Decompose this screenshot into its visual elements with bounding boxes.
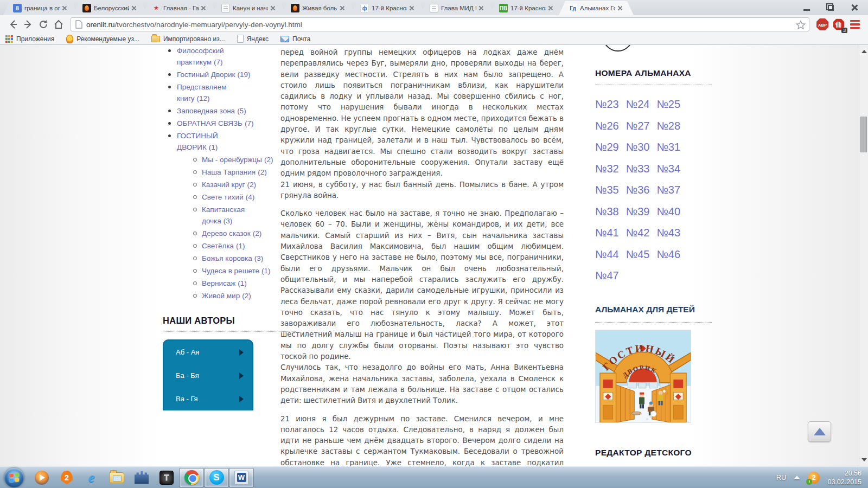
almanac-number-link[interactable]: №25 xyxy=(656,98,680,111)
address-bar[interactable]: orenlit.ru/tvorchestvo/narodnyie-memuary… xyxy=(71,17,809,31)
subcategory-link[interactable]: Чудеса в решете xyxy=(202,267,259,275)
almanac-number-link[interactable]: №47 xyxy=(595,269,619,282)
tray-expand-icon[interactable] xyxy=(794,476,800,479)
scroll-up-arrow[interactable] xyxy=(861,50,867,53)
taskbar-clock[interactable]: 20:56 03.02.2015 xyxy=(827,469,861,486)
almanac-number-link[interactable]: №34 xyxy=(656,163,680,175)
almanac-number-link[interactable]: №27 xyxy=(626,120,650,132)
reload-button[interactable] xyxy=(36,17,51,32)
almanac-number-link[interactable]: №40 xyxy=(656,206,680,218)
almanac-number-link[interactable]: №23 xyxy=(595,98,619,111)
almanac-number-link[interactable]: №42 xyxy=(626,227,650,239)
tab-close-icon[interactable] xyxy=(201,5,206,11)
almanac-number-link[interactable]: №39 xyxy=(626,206,650,218)
tab-mid-polshi[interactable]: Глава МИД Польш xyxy=(420,1,495,15)
adblock-plus-icon[interactable]: ABP xyxy=(815,17,830,32)
almanac-number-link[interactable]: №38 xyxy=(595,206,619,218)
tab-close-icon[interactable] xyxy=(548,5,553,11)
tab-almanah-active[interactable]: Гд Альманах Гостины xyxy=(559,1,634,15)
tab-krasnoznamenny-1[interactable]: ф 17-й Краснознамё xyxy=(350,1,425,15)
tab-belorussky[interactable]: Белорусский погра xyxy=(73,1,148,15)
almanac-number-link[interactable]: №36 xyxy=(626,184,650,196)
bookmark-star-icon[interactable] xyxy=(796,20,806,30)
2gis-icon[interactable]: 2 xyxy=(54,468,79,487)
tab-close-icon[interactable] xyxy=(62,5,67,11)
tab-close-icon[interactable] xyxy=(617,5,623,11)
category-link[interactable]: Гостиный Дворик xyxy=(177,70,235,79)
bookmark-mail[interactable]: Почта xyxy=(280,35,310,43)
folder-icon xyxy=(151,36,160,42)
almanac-number-link[interactable]: №41 xyxy=(595,227,619,239)
almanac-number-link[interactable]: №46 xyxy=(656,248,680,261)
subcategory-link[interactable]: Свете тихий xyxy=(202,193,244,201)
scrollbar-thumb[interactable] xyxy=(860,117,867,152)
children-almanac-cover[interactable]: ГОСТИНЫЙ ДВОРИК xyxy=(595,330,691,423)
subcategory-link[interactable]: Божья коровка xyxy=(202,254,252,262)
almanac-number-link[interactable]: №28 xyxy=(656,120,680,132)
update-notification-icon[interactable]: 2 xyxy=(808,472,820,484)
almanac-number-link[interactable]: №32 xyxy=(595,163,619,175)
tab-close-icon[interactable] xyxy=(409,5,414,11)
almanac-number-link[interactable]: №30 xyxy=(626,141,650,153)
scroll-down-arrow[interactable] xyxy=(861,458,867,461)
almanac-number-link[interactable]: №26 xyxy=(595,120,619,132)
bookmark-imported[interactable]: Импортировано из... xyxy=(151,35,225,43)
restore-button[interactable] xyxy=(822,2,839,13)
tab-kanun[interactable]: Канун и начало во xyxy=(212,1,286,15)
tab-close-icon[interactable] xyxy=(478,5,484,11)
bookmark-yandex[interactable]: Яндекс xyxy=(237,35,269,43)
subcategory-link[interactable]: Наша Тарпания xyxy=(202,168,256,176)
almanac-number-link[interactable]: №37 xyxy=(656,184,680,196)
almanac-number-link[interactable]: №44 xyxy=(595,248,619,261)
windows-start-button[interactable] xyxy=(4,468,24,487)
author-group-ab[interactable]: Аб - Ая xyxy=(164,341,252,364)
home-button[interactable] xyxy=(51,17,66,32)
language-indicator[interactable]: RU xyxy=(776,473,787,481)
almanac-number-link[interactable]: №29 xyxy=(595,141,619,153)
close-button[interactable] xyxy=(846,2,863,13)
file-explorer-icon[interactable] xyxy=(104,468,129,487)
tab-title: Главная - Галерея xyxy=(163,5,199,11)
tab-close-icon[interactable] xyxy=(131,5,137,11)
tab-krasnoznamenny-2[interactable]: ПВ 17-й Краснознамен xyxy=(489,1,564,15)
subcategory-link[interactable]: Живой мир xyxy=(202,292,240,300)
tab-close-icon[interactable] xyxy=(340,5,345,11)
chrome-icon[interactable] xyxy=(179,468,204,487)
scroll-to-top-button[interactable] xyxy=(808,421,831,442)
world-of-tanks-icon[interactable] xyxy=(154,468,179,487)
media-player-icon[interactable] xyxy=(29,468,54,487)
subcategory-item: Казачий круг(2) xyxy=(189,179,273,190)
tab-granitsa[interactable]: 8 граница в огне - П xyxy=(3,1,78,15)
chrome-menu-icon[interactable] xyxy=(847,17,863,32)
subcategory-link[interactable]: Вернисаж xyxy=(202,279,235,287)
almanac-number-link[interactable]: №24 xyxy=(626,98,650,111)
internet-explorer-icon[interactable]: e xyxy=(79,468,104,487)
subcategory-link[interactable]: Светёлка xyxy=(202,242,234,250)
page-scrollbar[interactable] xyxy=(859,45,868,466)
almanac-number-link[interactable]: №33 xyxy=(626,163,650,175)
subcategory-link[interactable]: Казачий круг xyxy=(202,181,245,189)
subcategory-link[interactable]: Мы - оренбуржцы xyxy=(202,156,262,164)
author-group-va[interactable]: Ва - Гя xyxy=(164,387,252,410)
minimize-button[interactable] xyxy=(799,2,815,13)
author-group-ba[interactable]: Ба - Бя xyxy=(164,364,252,387)
almanac-number-link[interactable]: №43 xyxy=(656,227,680,239)
almanac-number-link[interactable]: №35 xyxy=(595,184,619,196)
web-page: Философский практикум(7) Гостиный Дворик… xyxy=(0,45,868,466)
almanac-number-link[interactable]: №45 xyxy=(626,248,650,261)
almanac-number-link[interactable]: №31 xyxy=(656,141,680,153)
back-button[interactable] xyxy=(5,17,21,32)
bookmark-apps[interactable]: Приложения xyxy=(5,35,54,43)
category-link[interactable]: ОБРАТНАЯ СВЯЗЬ xyxy=(177,119,242,127)
word-icon[interactable]: W xyxy=(229,468,254,487)
skype-icon[interactable]: S xyxy=(204,468,229,487)
stop-hand-extension-icon[interactable]: 3 xyxy=(831,17,846,32)
tab-zhivaya-bol[interactable]: Живая боль 2 xyxy=(281,1,356,15)
castle-game-icon[interactable] xyxy=(129,468,154,487)
category-link[interactable]: Заповедная зона xyxy=(177,107,235,115)
tab-galereya[interactable]: ★ Главная - Галерея xyxy=(142,1,217,15)
bookmark-recommended[interactable]: Рекомендуемые уз... xyxy=(66,35,139,43)
forward-button[interactable] xyxy=(21,17,36,32)
subcategory-link[interactable]: Дерево сказок xyxy=(202,229,251,237)
tab-close-icon[interactable] xyxy=(270,5,276,11)
